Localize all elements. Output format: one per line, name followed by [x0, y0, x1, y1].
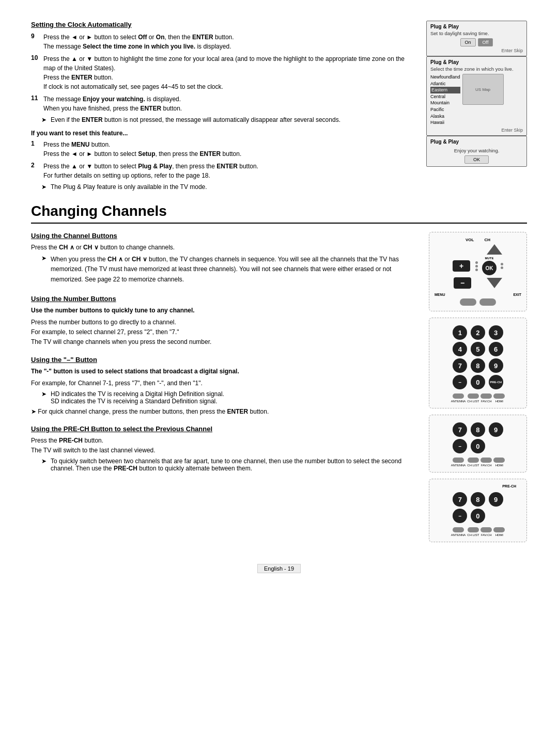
num-8c[interactable]: 8 — [471, 492, 485, 507]
plug-play-note: ➤ The Plug & Play feature is only availa… — [41, 183, 416, 191]
num-7c[interactable]: 7 — [453, 492, 467, 507]
plug-box-2-sub: Select the time zone in which you live. — [430, 66, 523, 72]
tz-central: Central — [430, 93, 460, 100]
dash-button-bold: The "-" button is used to select station… — [31, 367, 416, 376]
step-11-note-text: Even if the ENTER button is not pressed,… — [51, 116, 340, 123]
remote-4: PRE-CH 7 8 9 − 0 ANTENNA — [429, 479, 527, 542]
dash-hd-arrow: ➤ HD indicates the TV is receiving a Dig… — [41, 390, 416, 405]
section-heading: Changing Channels — [31, 203, 527, 224]
num-8b[interactable]: 8 — [471, 422, 485, 437]
tz-atlantic: Atlantic — [430, 81, 460, 87]
spacer-btn-2 — [488, 509, 502, 523]
num-5[interactable]: 5 — [471, 342, 485, 356]
plug-box-2-title: Plug & Play — [430, 59, 523, 65]
reset-step-1: 1 Press the MENU button. Press the ◄ or … — [31, 140, 416, 159]
dash-button-heading: Using the "–" Button — [31, 356, 416, 364]
num-2[interactable]: 2 — [471, 325, 485, 340]
num-9[interactable]: 9 — [489, 358, 503, 373]
chlist-label-2: CH LIST — [467, 464, 479, 467]
remote-1-inner: VOL CH + — [435, 238, 521, 306]
vol-plus-btn[interactable]: + — [453, 260, 470, 272]
clock-section: Setting the Clock Automatically 9 Press … — [31, 21, 416, 193]
antenna-btn-3: ANTENNA — [451, 527, 466, 537]
step-9-num: 9 — [31, 33, 40, 51]
mute-label: MUTE — [485, 257, 494, 260]
number-buttons-heading: Using the Number Buttons — [31, 295, 416, 303]
antenna-btn: ANTENNA — [451, 393, 466, 403]
plug-box-1-on-btn[interactable]: On — [460, 38, 476, 46]
menu-btn[interactable] — [460, 298, 476, 306]
dash-button-text-2: ➤ For quick channel change, press the nu… — [31, 407, 416, 417]
remote-1: VOL CH + — [429, 232, 527, 311]
plug-box-2: Plug & Play Select the time zone in whic… — [426, 56, 527, 136]
num-1[interactable]: 1 — [453, 325, 467, 340]
num-3[interactable]: 3 — [489, 325, 503, 340]
vol-minus-btn[interactable]: − — [454, 277, 471, 289]
num-dash[interactable]: − — [453, 375, 467, 389]
hdmi-btn-3: HDMI — [493, 527, 505, 537]
channels-left: Using the Channel Buttons Press the CH ∧… — [31, 232, 416, 548]
num-8[interactable]: 8 — [471, 358, 485, 373]
num-4[interactable]: 4 — [453, 342, 467, 356]
reset-step-2-num: 2 — [31, 162, 40, 180]
num-9b[interactable]: 9 — [489, 422, 503, 437]
dash-button-subsection: Using the "–" Button The "-" button is u… — [31, 356, 416, 417]
tz-mountain: Mountain — [430, 100, 460, 106]
remote-3: 7 8 9 − 0 ANTENNA CH — [429, 415, 527, 472]
favch-btn-2: FAV.CH — [481, 458, 492, 467]
favch-btn: FAV.CH — [481, 393, 492, 403]
num-7b[interactable]: 7 — [453, 422, 467, 437]
num-7[interactable]: 7 — [453, 358, 467, 373]
number-buttons-text-1: Press the number buttons to go directly … — [31, 318, 416, 348]
remote-2-inner: 1 2 3 4 5 6 7 8 9 − 0 PRE-CH — [435, 323, 521, 403]
remote-2-bottom: ANTENNA CH LIST FAV.CH HDMI — [451, 393, 505, 403]
chlist-label: CH LIST — [467, 400, 479, 403]
tz-hawaii: Hawaii — [430, 119, 460, 126]
step-10-num: 10 — [31, 54, 40, 91]
rc-up-row — [454, 244, 502, 255]
plug-boxes: Plug & Play Set to daylight saving time.… — [426, 21, 527, 193]
prech-text-1: Press the PRE-CH button. The TV will swi… — [31, 436, 416, 455]
ch-label: CH — [484, 238, 490, 242]
num-prech[interactable]: PRE-CH — [489, 375, 503, 389]
num-0c[interactable]: 0 — [471, 509, 485, 523]
number-buttons-bold: Use the number buttons to quickly tune t… — [31, 306, 416, 316]
number-buttons-subsection: Using the Number Buttons Use the number … — [31, 295, 416, 348]
channel-buttons-text-2: When you press the CH ∧ or CH ∨ button, … — [51, 255, 416, 285]
num-9c[interactable]: 9 — [489, 492, 503, 507]
num-0[interactable]: 0 — [471, 375, 485, 389]
channel-buttons-arrow: ➤ When you press the CH ∧ or CH ∨ button… — [41, 255, 416, 287]
footer: English - 19 — [257, 564, 301, 573]
remote-3-bottom: ANTENNA CH LIST FAV.CH HDMI — [451, 458, 505, 467]
antenna-label-2: ANTENNA — [451, 464, 466, 467]
dots-left — [475, 261, 478, 271]
hdmi-label-3: HDMI — [495, 533, 503, 537]
menu-exit-row: MENU EXIT — [435, 293, 521, 296]
plug-box-3-title: Plug & Play — [430, 139, 523, 145]
footer-separator: - — [284, 565, 288, 572]
footer-wrapper: English - 19 — [31, 548, 527, 573]
num-dash2[interactable]: − — [453, 439, 467, 453]
remote-3-inner: 7 8 9 − 0 ANTENNA CH — [435, 420, 521, 467]
remotes-column: VOL CH + — [429, 232, 527, 548]
chlist-btn-3: CH LIST — [467, 527, 479, 537]
hdmi-btn: HDMI — [493, 393, 505, 403]
plug-box-3-ok: OK — [430, 155, 523, 164]
reset-step-1-text: Press the MENU button. Press the ◄ or ► … — [43, 140, 241, 159]
exit-btn[interactable] — [479, 298, 496, 306]
num-6[interactable]: 6 — [489, 342, 503, 356]
ch-down-arrow[interactable] — [487, 278, 502, 288]
prech-arrow-text: To quickly switch between two channels t… — [51, 458, 416, 472]
favch-label-2: FAV.CH — [481, 464, 492, 467]
clock-heading: Setting the Clock Automatically — [31, 21, 416, 28]
num-0b[interactable]: 0 — [471, 439, 485, 453]
mute-btn[interactable]: OK — [482, 261, 497, 275]
dash-hd-text: HD indicates the TV is receiving a Digit… — [51, 390, 224, 405]
num-dash3[interactable]: − — [453, 509, 467, 523]
mute-col: MUTE OK — [482, 257, 497, 275]
rc-down-row: − — [454, 277, 502, 289]
plug-box-3-sub: Enjoy your watching. — [430, 148, 523, 153]
ok-button[interactable]: OK — [464, 155, 489, 164]
ch-up-arrow[interactable] — [487, 244, 502, 255]
plug-box-1-off-btn[interactable]: Off — [478, 38, 493, 46]
